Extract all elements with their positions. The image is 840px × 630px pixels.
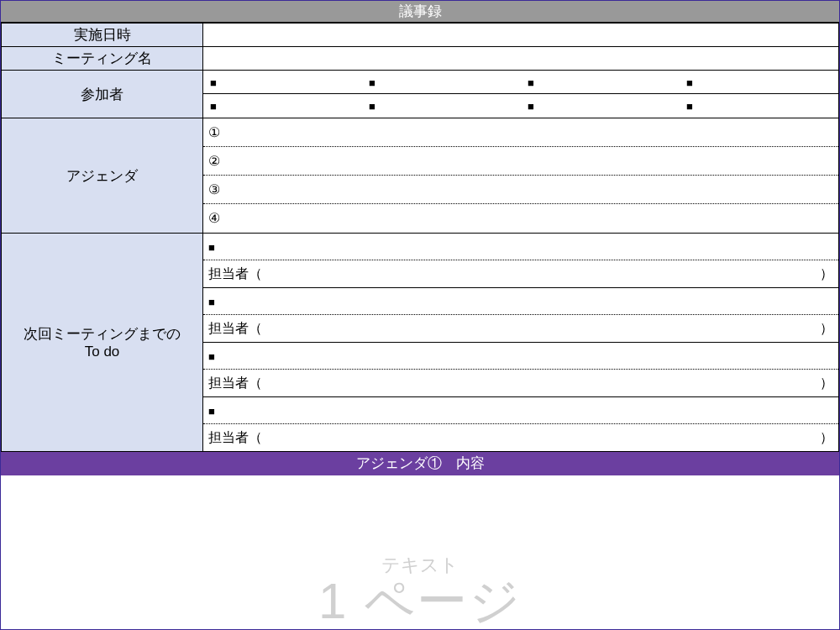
label-date: 実施日時 bbox=[2, 24, 203, 47]
value-meeting-name[interactable] bbox=[203, 47, 839, 71]
todo-item[interactable]: ■ bbox=[203, 288, 838, 315]
todo-cell: ■ 担当者（） ■ 担当者（） ■ 担当者（） ■ 担当者（） bbox=[203, 234, 839, 452]
participant-slot[interactable]: ■ bbox=[203, 94, 362, 118]
todo-item[interactable]: ■ bbox=[203, 234, 838, 260]
participant-slot[interactable]: ■ bbox=[362, 71, 521, 94]
agenda-line-2[interactable]: ② bbox=[203, 147, 838, 176]
participant-slot[interactable]: ■ bbox=[521, 94, 680, 118]
label-participants: 参加者 bbox=[2, 71, 203, 118]
title-bar: 議事録 bbox=[1, 1, 839, 23]
todo-block: ■ 担当者（） bbox=[203, 397, 838, 451]
square-bullet-icon: ■ bbox=[208, 241, 215, 254]
owner-label-open: 担当者（ bbox=[208, 424, 262, 451]
todo-block: ■ 担当者（） bbox=[203, 234, 838, 288]
square-bullet-icon: ■ bbox=[210, 100, 217, 113]
todo-item[interactable]: ■ bbox=[203, 343, 838, 370]
participant-slot[interactable]: ■ bbox=[680, 71, 838, 94]
content-area[interactable]: テキスト 1 ページ bbox=[1, 475, 839, 610]
square-bullet-icon: ■ bbox=[208, 405, 215, 417]
square-bullet-icon: ■ bbox=[369, 76, 375, 89]
label-agenda: アジェンダ bbox=[2, 118, 203, 234]
todo-owner[interactable]: 担当者（） bbox=[203, 315, 838, 342]
square-bullet-icon: ■ bbox=[686, 76, 693, 89]
owner-label-close: ） bbox=[820, 260, 833, 287]
label-meeting-name: ミーティング名 bbox=[2, 47, 203, 71]
value-date[interactable] bbox=[203, 24, 839, 47]
square-bullet-icon: ■ bbox=[528, 100, 534, 113]
todo-owner[interactable]: 担当者（） bbox=[203, 260, 838, 287]
owner-label-close: ） bbox=[820, 424, 833, 451]
square-bullet-icon: ■ bbox=[210, 76, 217, 89]
minutes-template-page: 議事録 実施日時 ミーティング名 参加者 ■ ■ ■ ■ ■ ■ ■ bbox=[0, 0, 840, 630]
participant-slot[interactable]: ■ bbox=[362, 94, 521, 118]
owner-label-close: ） bbox=[820, 370, 833, 396]
metadata-table: 実施日時 ミーティング名 参加者 ■ ■ ■ ■ ■ ■ ■ ■ bbox=[1, 23, 839, 452]
todo-item[interactable]: ■ bbox=[203, 397, 838, 424]
agenda-line-1[interactable]: ① bbox=[203, 118, 838, 147]
participant-slot[interactable]: ■ bbox=[203, 71, 362, 94]
square-bullet-icon: ■ bbox=[208, 296, 215, 308]
agenda-line-3[interactable]: ③ bbox=[203, 176, 838, 204]
participant-slot[interactable]: ■ bbox=[680, 94, 838, 118]
todo-owner[interactable]: 担当者（） bbox=[203, 424, 838, 451]
todo-block: ■ 担当者（） bbox=[203, 288, 838, 343]
agenda-line-4[interactable]: ④ bbox=[203, 204, 838, 233]
square-bullet-icon: ■ bbox=[369, 100, 375, 113]
square-bullet-icon: ■ bbox=[208, 350, 215, 363]
agenda-cell: ① ② ③ ④ bbox=[203, 118, 839, 234]
agenda-1-section-bar: アジェンダ① 内容 bbox=[1, 452, 839, 475]
square-bullet-icon: ■ bbox=[528, 76, 534, 89]
owner-label-close: ） bbox=[820, 315, 833, 342]
owner-label-open: 担当者（ bbox=[208, 260, 262, 287]
participants-cell: ■ ■ ■ ■ ■ ■ ■ ■ bbox=[203, 71, 839, 118]
square-bullet-icon: ■ bbox=[686, 100, 693, 113]
participants-grid: ■ ■ ■ ■ ■ ■ ■ ■ bbox=[203, 71, 838, 118]
label-todo: 次回ミーティングまでの To do bbox=[2, 234, 203, 452]
participant-slot[interactable]: ■ bbox=[521, 71, 680, 94]
owner-label-open: 担当者（ bbox=[208, 370, 262, 396]
todo-owner[interactable]: 担当者（） bbox=[203, 370, 838, 396]
todo-block: ■ 担当者（） bbox=[203, 343, 838, 397]
watermark-page-number: 1 ページ bbox=[318, 568, 522, 630]
owner-label-open: 担当者（ bbox=[208, 315, 262, 342]
